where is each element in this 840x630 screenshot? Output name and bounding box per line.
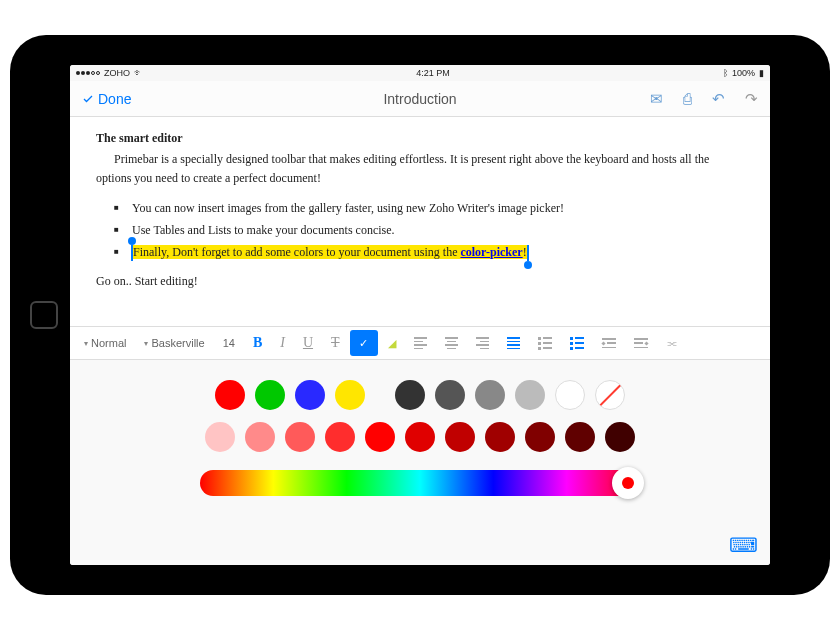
wifi-icon: ᯤ — [134, 68, 143, 78]
color-swatch[interactable] — [475, 380, 505, 410]
keyboard-toggle-icon[interactable]: ⌨ — [729, 533, 758, 557]
color-swatch[interactable] — [325, 422, 355, 452]
color-swatch[interactable] — [295, 380, 325, 410]
color-swatch[interactable] — [245, 422, 275, 452]
doc-heading: The smart editor — [96, 129, 744, 148]
nav-bar: Done Introduction ✉ ⎙ ↶ ↷ — [70, 81, 770, 117]
battery-icon: ▮ — [759, 68, 764, 78]
color-swatch[interactable] — [205, 422, 235, 452]
outdent-button[interactable] — [594, 330, 624, 356]
underline-button[interactable]: U — [295, 330, 321, 356]
bold-button[interactable]: B — [245, 330, 270, 356]
color-swatch[interactable] — [595, 380, 625, 410]
color-swatch[interactable] — [565, 422, 595, 452]
color-swatch[interactable] — [285, 422, 315, 452]
color-swatch[interactable] — [485, 422, 515, 452]
style-select[interactable]: Normal — [76, 330, 134, 356]
list-item: You can now insert images from the galle… — [114, 199, 744, 218]
spectrum-thumb[interactable] — [612, 467, 644, 499]
text-color-button[interactable]: ✓ — [350, 330, 378, 356]
align-right-button[interactable] — [468, 330, 497, 356]
align-left-button[interactable] — [406, 330, 435, 356]
color-swatch[interactable] — [365, 422, 395, 452]
color-swatch[interactable] — [525, 422, 555, 452]
carrier: ZOHO — [104, 68, 130, 78]
color-swatch[interactable] — [605, 422, 635, 452]
list-item: Finally, Don't forget to add some colors… — [114, 243, 744, 262]
color-swatch[interactable] — [515, 380, 545, 410]
spectrum-slider[interactable] — [200, 470, 640, 496]
checkmark-icon — [82, 93, 94, 105]
color-swatch[interactable] — [435, 380, 465, 410]
color-swatch[interactable] — [215, 380, 245, 410]
doc-outro: Go on.. Start editing! — [96, 272, 744, 291]
color-swatch[interactable] — [335, 380, 365, 410]
clock: 4:21 PM — [416, 68, 450, 78]
list-bullet-button[interactable] — [562, 330, 592, 356]
align-justify-button[interactable] — [499, 330, 528, 356]
bluetooth-icon: ᛒ — [723, 68, 728, 78]
italic-button[interactable]: I — [272, 330, 293, 356]
redo-icon[interactable]: ↷ — [745, 90, 758, 108]
doc-intro: Primebar is a specially designed toolbar… — [96, 150, 744, 188]
list-item: Use Tables and Lists to make your docume… — [114, 221, 744, 240]
document-area[interactable]: The smart editor Primebar is a specially… — [70, 117, 770, 326]
color-swatch[interactable] — [445, 422, 475, 452]
done-label: Done — [98, 91, 131, 107]
format-toolbar: Normal Baskerville 14 B I U T ✓ ◢ ⫘ — [70, 326, 770, 360]
align-center-button[interactable] — [437, 330, 466, 356]
highlight-button[interactable]: ◢ — [380, 330, 404, 356]
undo-icon[interactable]: ↶ — [712, 90, 725, 108]
swatch-row — [205, 422, 635, 452]
strike-button[interactable]: T — [323, 330, 348, 356]
font-select[interactable]: Baskerville — [136, 330, 212, 356]
battery-pct: 100% — [732, 68, 755, 78]
color-picker-panel: ⌨ — [70, 360, 770, 565]
page-title: Introduction — [383, 91, 456, 107]
swatch-row — [215, 380, 625, 410]
link-button[interactable]: ⫘ — [658, 330, 685, 356]
done-button[interactable]: Done — [82, 91, 131, 107]
color-swatch[interactable] — [405, 422, 435, 452]
indent-button[interactable] — [626, 330, 656, 356]
home-button[interactable] — [30, 301, 58, 329]
status-bar: ZOHO ᯤ 4:21 PM ᛒ 100% ▮ — [70, 65, 770, 81]
color-swatch[interactable] — [555, 380, 585, 410]
mail-icon[interactable]: ✉ — [650, 90, 663, 108]
color-picker-link[interactable]: color-picker — [460, 245, 522, 259]
print-icon[interactable]: ⎙ — [683, 90, 692, 108]
color-swatch[interactable] — [255, 380, 285, 410]
font-size[interactable]: 14 — [215, 330, 243, 356]
highlighted-selection[interactable]: Finally, Don't forget to add some colors… — [132, 245, 528, 259]
color-swatch[interactable] — [395, 380, 425, 410]
list-numbered-button[interactable] — [530, 330, 560, 356]
